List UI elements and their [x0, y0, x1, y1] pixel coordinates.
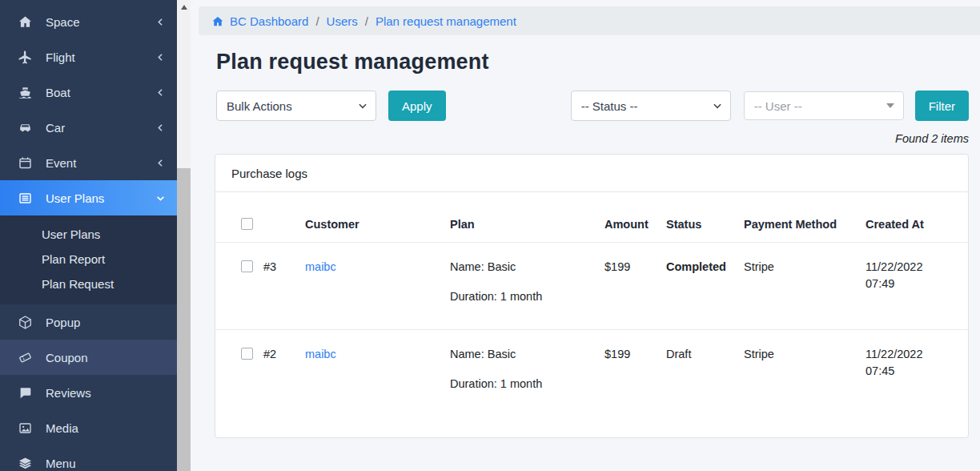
user-select-placeholder: -- User -- — [754, 99, 802, 113]
sidebar-item-label: Car — [46, 121, 155, 135]
sidebar: Space Flight Boat Car Event — [0, 0, 177, 471]
ticket-icon — [18, 350, 33, 365]
home-icon — [18, 14, 33, 30]
caret-down-icon — [886, 103, 894, 108]
submenu-item-plan-report[interactable]: Plan Report — [0, 247, 177, 272]
scrollbar-thumb[interactable] — [177, 168, 191, 471]
sidebar-item-label: Event — [46, 156, 155, 170]
created-date: 11/22/2022 — [866, 348, 923, 360]
sidebar-item-space[interactable]: Space — [0, 4, 177, 39]
breadcrumb-separator: / — [365, 14, 368, 28]
submenu-item-user-plans[interactable]: User Plans — [0, 222, 177, 247]
found-items-text: Found 2 items — [191, 132, 969, 145]
purchase-logs-card: Purchase logs Customer Plan Amount Statu… — [215, 154, 969, 438]
chevron-left-icon — [155, 123, 166, 133]
breadcrumb: BC Dashboard / Users / Plan request mana… — [199, 6, 980, 35]
chevron-left-icon — [155, 87, 166, 98]
status-value: Completed — [666, 243, 744, 330]
payment-method-value: Stripe — [744, 243, 866, 330]
plan-header: Plan — [450, 192, 604, 243]
purchase-logs-table: Customer Plan Amount Status Payment Meth… — [215, 192, 968, 437]
sidebar-item-coupon[interactable]: Coupon — [0, 340, 177, 375]
plan-duration: Duration: 1 month — [450, 376, 595, 392]
id-header — [263, 192, 305, 243]
main-content: BC Dashboard / Users / Plan request mana… — [191, 0, 980, 471]
scrollbar-up-button[interactable] — [177, 0, 191, 14]
row-id: #3 — [263, 243, 305, 330]
created-time: 07:45 — [866, 363, 958, 380]
sidebar-item-label: Popup — [46, 316, 166, 329]
filter-button[interactable]: Filter — [915, 91, 969, 121]
sidebar-item-reviews[interactable]: Reviews — [0, 375, 177, 410]
created-at-value: 11/22/2022 07:45 — [866, 330, 968, 438]
sidebar-item-label: Menu — [46, 457, 166, 470]
status-select[interactable]: -- Status -- — [571, 91, 731, 121]
table-header-row: Customer Plan Amount Status Payment Meth… — [215, 192, 968, 243]
sidebar-item-label: Flight — [46, 50, 155, 64]
payment-method-header: Payment Method — [744, 192, 866, 243]
bulk-actions-select-wrap: Bulk Actions — [216, 91, 376, 121]
plan-name: Name: Basic — [450, 346, 595, 363]
plan-name: Name: Basic — [450, 259, 595, 276]
sidebar-item-label: Reviews — [46, 386, 166, 400]
created-time: 07:49 — [866, 276, 958, 292]
image-icon — [18, 421, 33, 436]
breadcrumb-users[interactable]: Users — [327, 14, 358, 28]
sidebar-item-event[interactable]: Event — [0, 145, 177, 180]
up-arrow-icon — [181, 5, 187, 10]
chevron-left-icon — [155, 158, 166, 168]
amount-value: $199 — [604, 243, 666, 330]
breadcrumb-current[interactable]: Plan request management — [376, 14, 516, 28]
status-header: Status — [666, 192, 744, 243]
chevron-left-icon — [155, 52, 166, 62]
sidebar-item-flight[interactable]: Flight — [0, 39, 177, 74]
bulk-actions-select[interactable]: Bulk Actions — [216, 91, 376, 121]
sidebar-item-user-plans[interactable]: User Plans — [0, 180, 177, 215]
sidebar-item-label: Space — [46, 15, 155, 29]
layers-icon — [18, 456, 33, 471]
customer-link[interactable]: maibc — [305, 348, 336, 360]
customer-link[interactable]: maibc — [305, 260, 336, 273]
page-title: Plan request management — [216, 50, 980, 74]
breadcrumb-separator: / — [315, 14, 319, 28]
sidebar-item-media[interactable]: Media — [0, 410, 177, 445]
user-plans-submenu: User Plans Plan Report Plan Request — [0, 215, 177, 304]
table-row: #2 maibc Name: Basic Duration: 1 month $… — [215, 330, 968, 438]
plane-icon — [18, 50, 33, 65]
sidebar-item-boat[interactable]: Boat — [0, 74, 177, 110]
sidebar-item-menu[interactable]: Menu — [0, 445, 177, 471]
filter-controls: Bulk Actions Apply -- Status -- -- User … — [216, 91, 969, 121]
apply-button[interactable]: Apply — [388, 91, 446, 121]
breadcrumb-bc-dashboard[interactable]: BC Dashboard — [211, 14, 308, 28]
amount-header: Amount — [604, 192, 666, 243]
sidebar-item-label: Boat — [46, 86, 155, 99]
cube-icon — [18, 315, 33, 330]
card-title: Purchase logs — [215, 155, 968, 192]
submenu-item-plan-request[interactable]: Plan Request — [0, 272, 177, 296]
list-icon — [18, 191, 33, 206]
status-select-wrap: -- Status -- — [571, 91, 731, 121]
plan-duration: Duration: 1 month — [450, 288, 595, 305]
table-row: #3 maibc Name: Basic Duration: 1 month $… — [215, 243, 968, 330]
payment-method-value: Stripe — [744, 330, 866, 438]
sidebar-scrollbar[interactable] — [177, 0, 191, 471]
created-date: 11/22/2022 — [866, 260, 923, 273]
row-checkbox[interactable] — [241, 348, 253, 360]
car-icon — [18, 120, 33, 135]
sidebar-item-label: User Plans — [46, 191, 155, 205]
calendar-icon — [18, 155, 33, 171]
row-checkbox[interactable] — [241, 260, 253, 272]
sidebar-item-car[interactable]: Car — [0, 110, 177, 145]
status-value: Draft — [666, 330, 744, 438]
home-icon — [211, 15, 224, 27]
chevron-left-icon — [155, 17, 166, 27]
chevron-down-icon — [155, 193, 166, 203]
amount-value: $199 — [604, 330, 666, 438]
sidebar-item-label: Media — [46, 421, 166, 435]
user-select[interactable]: -- User -- — [744, 91, 904, 120]
select-all-checkbox[interactable] — [241, 218, 253, 230]
sidebar-item-popup[interactable]: Popup — [0, 304, 177, 340]
customer-header: Customer — [305, 192, 450, 243]
ship-icon — [18, 85, 33, 100]
created-at-value: 11/22/2022 07:49 — [866, 243, 968, 330]
